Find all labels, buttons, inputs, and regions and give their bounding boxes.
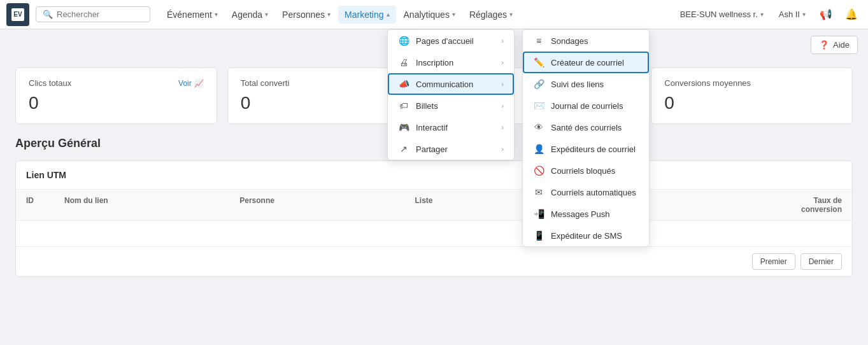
nav-item-analytiques[interactable]: Analytiques ▾: [397, 6, 462, 24]
utm-table: Lien UTM ID Nom du lien Personne Liste u…: [15, 160, 853, 277]
table-footer: Premier Dernier: [16, 246, 852, 276]
menu-item-inscription[interactable]: 🖨 Inscription ›: [388, 52, 514, 73]
menu-item-partager[interactable]: ↗ Partager ›: [388, 138, 514, 160]
stat-card-header: Conversions moyennes: [664, 78, 839, 88]
ticket-icon: 🏷: [398, 101, 409, 111]
marketing-dropdown: 🌐 Pages d'accueil › 🖨 Inscription › 📣 Co…: [387, 29, 515, 160]
voir-link[interactable]: Voir 📈: [178, 79, 204, 88]
chevron-right-icon: ›: [501, 102, 504, 109]
submenu-item-expediteurs[interactable]: 👤 Expéditeurs de courriel: [523, 138, 649, 160]
search-input[interactable]: [57, 10, 143, 19]
submenu-item-messages-push[interactable]: 📲 Messages Push: [523, 203, 649, 225]
submenu-item-suivi-liens[interactable]: 🔗 Suivi des liens: [523, 73, 649, 95]
nav-item-agenda[interactable]: Agenda ▾: [225, 6, 274, 24]
top-navigation: EV 🔍 Événement ▾ Agenda ▾ Personnes ▾ Ma…: [0, 0, 868, 29]
nav-right: BEE-SUN wellness r. ▾ Ash II ▾ 📢 🔔: [675, 4, 862, 25]
col-nom: Nom du lien: [64, 196, 239, 214]
nav-item-reglages[interactable]: Réglages ▾: [463, 6, 519, 24]
nav-item-personnes[interactable]: Personnes ▾: [276, 6, 337, 24]
chevron-right-icon: ›: [501, 80, 504, 88]
submenu-item-sante-courriels[interactable]: 👁 Santé des courriels: [523, 116, 649, 138]
user-selector[interactable]: Ash II ▾: [774, 7, 811, 22]
block-icon: 🚫: [533, 165, 544, 176]
submenu-item-journal-courriels[interactable]: ✉️ Journal de courriels: [523, 95, 649, 116]
table-header: ID Nom du lien Personne Liste url Taux d…: [16, 190, 852, 221]
col-personne: Personne: [239, 196, 415, 214]
submenu-item-sondages[interactable]: ≡ Sondages: [523, 30, 649, 52]
chevron-down-icon: ▾: [760, 11, 764, 18]
submenu-item-courriels-automatiques[interactable]: ✉ Courriels automatiques: [523, 181, 649, 203]
submenu-item-expediteur-sms[interactable]: 📱 Expéditeur de SMS: [523, 225, 649, 246]
app-logo[interactable]: EV: [6, 3, 29, 26]
chevron-down-icon: ▾: [452, 11, 455, 18]
logo-inner: EV: [11, 8, 24, 21]
print-icon: 🖨: [398, 57, 409, 67]
list-icon: ≡: [533, 36, 544, 46]
chevron-right-icon: ›: [501, 37, 504, 45]
menu-item-pages-accueil[interactable]: 🌐 Pages d'accueil ›: [388, 30, 514, 52]
nav-item-evenement[interactable]: Événement ▾: [160, 6, 224, 24]
col-taux: Taux deconversion: [765, 196, 842, 214]
workspace-selector[interactable]: BEE-SUN wellness r. ▾: [675, 7, 769, 22]
chart-icon: 📈: [194, 79, 204, 88]
chevron-right-icon: ›: [501, 145, 504, 153]
submenu-item-courriels-bloques[interactable]: 🚫 Courriels bloqués: [523, 160, 649, 181]
chevron-down-icon: ▾: [215, 11, 218, 18]
user-icon: 👤: [533, 144, 544, 154]
menu-item-interactif[interactable]: 🎮 Interactif ›: [388, 116, 514, 138]
chevron-down-icon: ▾: [265, 11, 268, 18]
megaphone-icon: 📣: [398, 79, 409, 89]
help-button[interactable]: ❓ Aide: [811, 36, 858, 54]
question-icon: ❓: [819, 40, 829, 50]
nav-item-marketing[interactable]: Marketing ▴: [338, 6, 395, 24]
megaphone-icon[interactable]: 📢: [816, 4, 836, 25]
col-id: ID: [26, 196, 64, 214]
globe-icon: 🌐: [398, 36, 409, 46]
sms-icon: 📱: [533, 230, 544, 241]
communication-submenu: ≡ Sondages ✏️ Créateur de courriel 🔗 Sui…: [522, 29, 650, 247]
chevron-up-icon: ▴: [387, 11, 390, 18]
envelope-icon: ✉: [533, 187, 544, 197]
push-icon: 📲: [533, 209, 544, 219]
chevron-down-icon: ▾: [327, 11, 331, 18]
share-icon: ↗: [398, 144, 409, 154]
chevron-right-icon: ›: [501, 123, 504, 131]
table-title: Lien UTM: [16, 161, 852, 190]
chevron-down-icon: ▾: [509, 11, 513, 18]
mail-icon: ✉️: [533, 101, 544, 111]
chevron-right-icon: ›: [501, 59, 504, 66]
bell-icon[interactable]: 🔔: [841, 4, 862, 25]
interactive-icon: 🎮: [398, 122, 409, 132]
search-icon: 🔍: [43, 10, 53, 19]
chevron-down-icon: ▾: [802, 11, 806, 18]
stat-card-header: Clics totaux Voir 📈: [29, 78, 204, 88]
dernier-button[interactable]: Dernier: [800, 253, 842, 270]
submenu-item-createur-courriel[interactable]: ✏️ Créateur de courriel: [523, 52, 649, 73]
table-empty-area: [16, 221, 852, 246]
edit-icon: ✏️: [533, 57, 544, 67]
nav-items: Événement ▾ Agenda ▾ Personnes ▾ Marketi…: [160, 6, 675, 24]
menu-item-communication[interactable]: 📣 Communication ›: [388, 73, 514, 95]
menu-item-billets[interactable]: 🏷 Billets ›: [388, 95, 514, 116]
stat-card-conversions: Conversions moyennes 0: [651, 67, 853, 124]
search-bar[interactable]: 🔍: [36, 6, 150, 22]
link-icon: 🔗: [533, 79, 544, 89]
eye-icon: 👁: [533, 122, 544, 132]
premier-button[interactable]: Premier: [752, 253, 795, 270]
stat-card-clics: Clics totaux Voir 📈 0: [15, 67, 217, 124]
